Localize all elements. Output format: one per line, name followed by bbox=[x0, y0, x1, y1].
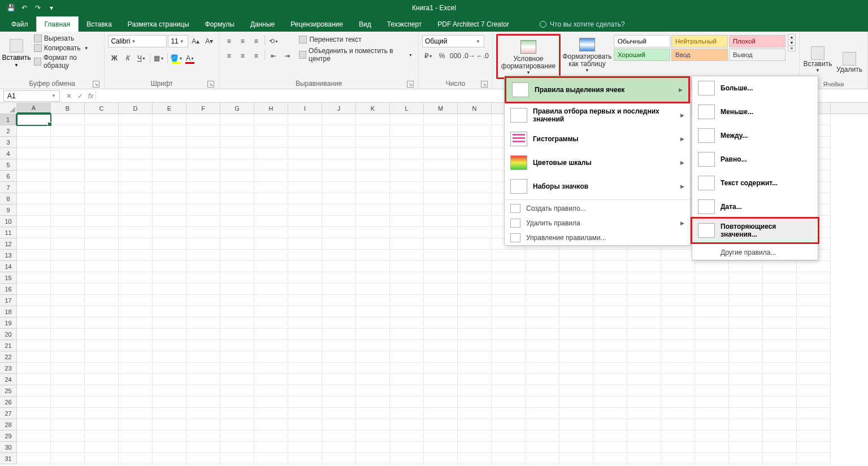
cell[interactable] bbox=[322, 329, 356, 340]
accounting-format-icon[interactable]: ₽▼ bbox=[422, 50, 435, 62]
cell[interactable] bbox=[17, 453, 51, 464]
cell[interactable] bbox=[356, 238, 390, 250]
cell[interactable] bbox=[526, 397, 559, 408]
cell[interactable] bbox=[51, 227, 85, 238]
cell[interactable] bbox=[458, 340, 492, 351]
cell[interactable] bbox=[17, 408, 51, 419]
cell[interactable] bbox=[288, 397, 322, 408]
cell[interactable] bbox=[322, 363, 356, 374]
cell[interactable] bbox=[458, 238, 492, 250]
cell[interactable] bbox=[254, 114, 288, 125]
cell[interactable] bbox=[153, 114, 186, 125]
cell[interactable] bbox=[288, 329, 322, 340]
cell[interactable] bbox=[797, 295, 831, 306]
format-as-table-button[interactable]: Форматировать как таблицу▼ bbox=[563, 34, 611, 75]
undo-icon[interactable]: ↶ bbox=[18, 2, 31, 14]
cell[interactable] bbox=[153, 148, 186, 159]
cell[interactable] bbox=[220, 397, 254, 408]
cell[interactable] bbox=[322, 284, 356, 295]
cell[interactable] bbox=[797, 385, 831, 397]
cell[interactable] bbox=[661, 442, 695, 453]
cell[interactable] bbox=[390, 340, 424, 351]
cell[interactable] bbox=[17, 125, 51, 137]
cell[interactable] bbox=[17, 306, 51, 317]
cell[interactable] bbox=[153, 385, 186, 397]
cell[interactable] bbox=[288, 430, 322, 442]
cell[interactable] bbox=[593, 261, 627, 272]
cell[interactable] bbox=[220, 216, 254, 227]
align-right-icon[interactable]: ≡ bbox=[250, 50, 262, 62]
cell[interactable] bbox=[458, 363, 492, 374]
cell[interactable] bbox=[17, 137, 51, 148]
cell[interactable] bbox=[153, 317, 186, 329]
cell[interactable] bbox=[356, 430, 390, 442]
cell[interactable] bbox=[458, 216, 492, 227]
cell[interactable] bbox=[288, 419, 322, 430]
select-all-corner[interactable] bbox=[0, 103, 17, 114]
cell[interactable] bbox=[729, 340, 763, 351]
cell[interactable] bbox=[153, 204, 186, 216]
decrease-indent-icon[interactable]: ⇤ bbox=[267, 50, 280, 62]
cell[interactable] bbox=[322, 442, 356, 453]
cell[interactable] bbox=[661, 419, 695, 430]
cell[interactable] bbox=[763, 261, 797, 272]
cell[interactable] bbox=[288, 385, 322, 397]
cell[interactable] bbox=[356, 284, 390, 295]
cell[interactable] bbox=[51, 148, 85, 159]
cell[interactable] bbox=[220, 419, 254, 430]
cell[interactable] bbox=[153, 193, 186, 204]
column-header[interactable]: N bbox=[458, 103, 492, 114]
cell[interactable] bbox=[288, 159, 322, 171]
cell[interactable] bbox=[322, 419, 356, 430]
row-header[interactable]: 5 bbox=[0, 159, 17, 171]
style-input[interactable]: Ввод bbox=[671, 49, 728, 61]
cell[interactable] bbox=[492, 397, 526, 408]
cell[interactable] bbox=[526, 385, 559, 397]
cell[interactable] bbox=[51, 408, 85, 419]
cell[interactable] bbox=[85, 408, 119, 419]
cell[interactable] bbox=[220, 227, 254, 238]
column-header[interactable]: F bbox=[186, 103, 220, 114]
cell[interactable] bbox=[17, 329, 51, 340]
cell[interactable] bbox=[119, 193, 153, 204]
cell[interactable] bbox=[220, 453, 254, 464]
cell[interactable] bbox=[254, 351, 288, 363]
cell[interactable] bbox=[763, 408, 797, 419]
comma-format-icon[interactable]: 000 bbox=[449, 50, 462, 62]
cell[interactable] bbox=[763, 453, 797, 464]
cell[interactable] bbox=[729, 430, 763, 442]
cell[interactable] bbox=[763, 419, 797, 430]
cell[interactable] bbox=[797, 453, 831, 464]
cell[interactable] bbox=[458, 125, 492, 137]
cell[interactable] bbox=[661, 351, 695, 363]
cell[interactable] bbox=[17, 238, 51, 250]
cell[interactable] bbox=[288, 306, 322, 317]
cell[interactable] bbox=[186, 114, 220, 125]
orientation-icon[interactable]: ⟲▼ bbox=[267, 35, 280, 47]
cell[interactable] bbox=[627, 340, 661, 351]
cell[interactable] bbox=[763, 317, 797, 329]
cell[interactable] bbox=[220, 261, 254, 272]
cell[interactable] bbox=[51, 430, 85, 442]
cell[interactable] bbox=[526, 442, 559, 453]
menu-new-rule[interactable]: Создать правило... bbox=[505, 201, 690, 216]
cell[interactable] bbox=[492, 408, 526, 419]
cell[interactable] bbox=[695, 272, 729, 284]
cell[interactable] bbox=[186, 284, 220, 295]
cell[interactable] bbox=[254, 137, 288, 148]
cell[interactable] bbox=[356, 137, 390, 148]
cell[interactable] bbox=[356, 227, 390, 238]
tab-data[interactable]: Данные bbox=[242, 17, 283, 32]
cell[interactable] bbox=[390, 351, 424, 363]
cell[interactable] bbox=[186, 340, 220, 351]
cell[interactable] bbox=[119, 284, 153, 295]
cell[interactable] bbox=[220, 295, 254, 306]
cell[interactable] bbox=[51, 340, 85, 351]
cell[interactable] bbox=[627, 385, 661, 397]
cell[interactable] bbox=[254, 159, 288, 171]
cell[interactable] bbox=[85, 182, 119, 193]
menu-less-than[interactable]: Меньше... bbox=[692, 100, 818, 124]
cell[interactable] bbox=[322, 238, 356, 250]
cell[interactable] bbox=[254, 363, 288, 374]
dialog-launcher-icon[interactable]: ↘ bbox=[207, 81, 214, 88]
